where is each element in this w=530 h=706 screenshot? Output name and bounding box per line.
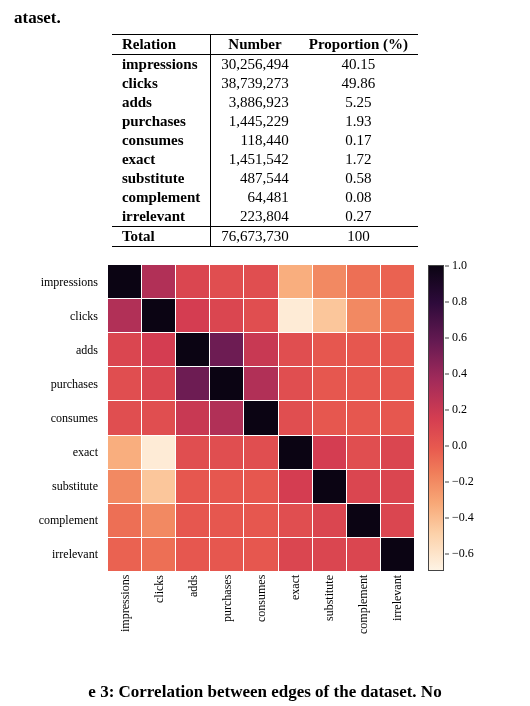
td-proportion: 0.17 [299, 131, 418, 150]
x-tick-label: impressions [108, 575, 142, 675]
heatmap-cell [210, 470, 243, 503]
caption-fragment-top: ataset. [14, 8, 516, 28]
heatmap-cell [142, 538, 175, 571]
heatmap-cell [210, 265, 243, 298]
table-row: substitute487,5440.58 [112, 169, 418, 188]
heatmap-cell [244, 436, 277, 469]
table-row: adds3,886,9235.25 [112, 93, 418, 112]
td-relation: impressions [112, 55, 211, 75]
heatmap-cell [244, 538, 277, 571]
heatmap-cell [279, 436, 312, 469]
heatmap-cell [176, 538, 209, 571]
colorbar-gradient [428, 265, 444, 571]
heatmap-cell [313, 367, 346, 400]
heatmap-cell [279, 299, 312, 332]
heatmap-cell [142, 333, 175, 366]
td-relation: clicks [112, 74, 211, 93]
td-total-number: 76,673,730 [211, 227, 299, 247]
heatmap-cell [108, 367, 141, 400]
x-tick-label: complement [346, 575, 380, 675]
heatmap-cell [142, 367, 175, 400]
colorbar-tick: 0.2 [452, 402, 467, 417]
heatmap-cell [347, 333, 380, 366]
heatmap-cell [108, 299, 141, 332]
heatmap-cell [381, 299, 414, 332]
heatmap-cell [381, 401, 414, 434]
table-row: purchases1,445,2291.93 [112, 112, 418, 131]
y-tick-label: substitute [14, 469, 104, 503]
y-tick-label: irrelevant [14, 537, 104, 571]
heatmap-cell [210, 299, 243, 332]
heatmap-cell [176, 333, 209, 366]
heatmap-cell [313, 299, 346, 332]
td-relation: consumes [112, 131, 211, 150]
td-number: 223,804 [211, 207, 299, 227]
heatmap-cell [279, 401, 312, 434]
x-tick-label: clicks [142, 575, 176, 675]
heatmap-cell [244, 265, 277, 298]
td-number: 38,739,273 [211, 74, 299, 93]
heatmap-cell [210, 333, 243, 366]
td-proportion: 0.08 [299, 188, 418, 207]
heatmap-cell [210, 504, 243, 537]
heatmap-cell [313, 436, 346, 469]
heatmap-cell [142, 265, 175, 298]
heatmap-cell [347, 265, 380, 298]
th-proportion: Proportion (%) [299, 35, 418, 55]
td-proportion: 1.93 [299, 112, 418, 131]
x-tick-label: exact [278, 575, 312, 675]
heatmap-cell [176, 470, 209, 503]
table-row: impressions30,256,49440.15 [112, 55, 418, 75]
colorbar-tick: −0.4 [452, 510, 474, 525]
td-proportion: 1.72 [299, 150, 418, 169]
heatmap-cell [347, 504, 380, 537]
heatmap-y-axis: impressionsclicksaddspurchasesconsumesex… [14, 265, 104, 571]
heatmap-cell [176, 401, 209, 434]
heatmap-cell [108, 333, 141, 366]
correlation-heatmap: impressionsclicksaddspurchasesconsumesex… [14, 255, 516, 685]
heatmap-cell [313, 504, 346, 537]
heatmap-cell [347, 367, 380, 400]
heatmap-cell [279, 538, 312, 571]
heatmap-cell [108, 265, 141, 298]
relation-table: Relation Number Proportion (%) impressio… [112, 34, 418, 247]
colorbar-tick: 1.0 [452, 258, 467, 273]
heatmap-cell [210, 367, 243, 400]
heatmap-cell [347, 470, 380, 503]
heatmap-cell [313, 538, 346, 571]
heatmap-cell [244, 504, 277, 537]
y-tick-label: purchases [14, 367, 104, 401]
heatmap-cell [210, 436, 243, 469]
heatmap-cell [381, 504, 414, 537]
td-proportion: 49.86 [299, 74, 418, 93]
heatmap-cell [142, 504, 175, 537]
heatmap-cell [142, 470, 175, 503]
td-relation: substitute [112, 169, 211, 188]
td-relation: irrelevant [112, 207, 211, 227]
td-number: 30,256,494 [211, 55, 299, 75]
caption-fragment-bottom: e 3: Correlation between edges of the da… [0, 682, 530, 702]
heatmap-cell [108, 538, 141, 571]
heatmap-cell [347, 299, 380, 332]
table-row: irrelevant223,8040.27 [112, 207, 418, 227]
colorbar-tick: −0.6 [452, 546, 474, 561]
table-row: clicks38,739,27349.86 [112, 74, 418, 93]
heatmap-cell [142, 436, 175, 469]
td-relation: purchases [112, 112, 211, 131]
heatmap-cell [244, 367, 277, 400]
heatmap-cell [347, 401, 380, 434]
x-tick-label: consumes [244, 575, 278, 675]
td-relation: adds [112, 93, 211, 112]
td-proportion: 40.15 [299, 55, 418, 75]
heatmap-grid [108, 265, 414, 571]
heatmap-cell [176, 367, 209, 400]
heatmap-cell [381, 436, 414, 469]
heatmap-cell [381, 367, 414, 400]
td-proportion: 0.58 [299, 169, 418, 188]
heatmap-cell [244, 333, 277, 366]
y-tick-label: exact [14, 435, 104, 469]
td-number: 118,440 [211, 131, 299, 150]
table-row: consumes118,4400.17 [112, 131, 418, 150]
td-number: 1,451,542 [211, 150, 299, 169]
heatmap-cell [347, 538, 380, 571]
